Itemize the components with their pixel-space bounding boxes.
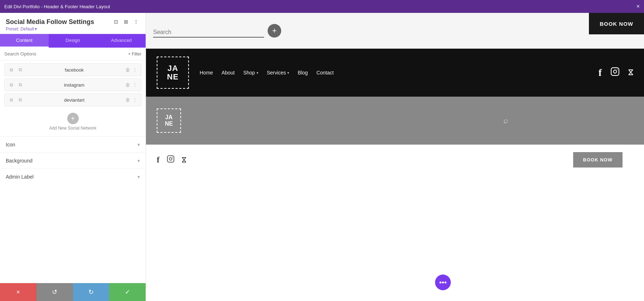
settings-icon-facebook[interactable]: ⚙	[8, 67, 15, 73]
accordion-background-label: Background	[6, 158, 33, 164]
title-bar-text: Edit Divi Portfolio - Header & Footer He…	[4, 4, 636, 9]
svg-point-5	[172, 157, 173, 157]
social-item-facebook: ⚙ ⧉ facebook 🗑 ⋮	[4, 63, 141, 76]
tab-content[interactable]: Content	[0, 34, 49, 48]
facebook-nav-icon: f	[599, 67, 602, 78]
dots-menu-button[interactable]: •••	[435, 275, 451, 290]
preset-label[interactable]: Preset: Default ▾	[6, 26, 140, 31]
tab-advanced[interactable]: Advanced	[97, 34, 146, 48]
facebook-preview-icon: f	[157, 155, 160, 165]
drag-icon-deviantart[interactable]: ⋮	[132, 97, 137, 103]
book-now-gray-button[interactable]: BOOK NOW	[573, 152, 623, 168]
social-item-deviantart-name: deviantart	[26, 97, 122, 103]
search-icon: ⌕	[503, 116, 508, 125]
social-item-deviantart: ⚙ ⧉ deviantart 🗑 ⋮	[4, 93, 141, 106]
preview-nav-bar: JANE Home About Shop ▾ Services ▾ Blog	[146, 49, 644, 97]
nav-home[interactable]: Home	[200, 70, 213, 76]
preview-area: + BOOK NOW JANE Home About Shop ▾ Servic…	[146, 13, 644, 301]
settings-icon-deviantart[interactable]: ⚙	[8, 97, 15, 103]
social-item-facebook-left-icons: ⚙ ⧉	[8, 67, 23, 73]
preview-bottom-bar: f ⴵ BOOK NOW	[146, 145, 644, 175]
preview-plus-button[interactable]: +	[268, 24, 281, 38]
responsive-icon[interactable]: ⊡	[112, 18, 120, 26]
main-layout: Social Media Follow Settings ⊡ ⊞ ⋮ Prese…	[0, 13, 644, 301]
accordion-admin-label[interactable]: Admin Label ▾	[0, 169, 146, 185]
drag-icon-instagram[interactable]: ⋮	[132, 82, 137, 88]
social-item-deviantart-left-icons: ⚙ ⧉	[8, 97, 23, 103]
accordion-icon-label: Icon	[6, 142, 15, 147]
nav-contact[interactable]: Contact	[316, 70, 333, 76]
save-button[interactable]: ✓	[109, 283, 146, 301]
preview-search-input[interactable]	[153, 28, 264, 38]
svg-point-4	[169, 157, 172, 160]
nav-about[interactable]: About	[221, 70, 235, 76]
social-item-instagram-name: instagram	[26, 82, 122, 88]
preview-middle-bar: JANE ⌕	[146, 97, 644, 145]
accordion-admin-chevron: ▾	[137, 174, 140, 180]
panel-title-icons: ⊡ ⊞ ⋮	[112, 18, 140, 26]
accordion-icon[interactable]: Icon ▾	[0, 136, 146, 152]
panel-title: Social Media Follow Settings ⊡ ⊞ ⋮	[6, 18, 140, 26]
nav-blog[interactable]: Blog	[298, 70, 308, 76]
svg-rect-0	[611, 68, 619, 76]
services-chevron-icon: ▾	[287, 71, 289, 75]
add-new-label: Add New Social Network	[49, 126, 96, 131]
title-bar: Edit Divi Portfolio - Header & Footer He…	[0, 0, 644, 13]
deviantart-nav-icon: ⴵ	[628, 68, 633, 77]
deviantart-preview-icon: ⴵ	[182, 156, 186, 164]
copy-icon-deviantart[interactable]: ⧉	[17, 97, 23, 103]
accordion-background[interactable]: Background ▾	[0, 152, 146, 169]
preview-top-bar: + BOOK NOW	[146, 13, 644, 49]
accordion-admin-label-text: Admin Label	[6, 174, 34, 180]
social-item-instagram-left-icons: ⚙ ⧉	[8, 82, 23, 88]
instagram-nav-icon	[610, 67, 620, 78]
tabs: Content Design Advanced	[0, 34, 146, 48]
svg-rect-3	[167, 155, 174, 162]
book-now-button[interactable]: BOOK NOW	[589, 13, 644, 34]
accordion-background-chevron: ▾	[137, 158, 140, 164]
copy-icon-facebook[interactable]: ⧉	[17, 67, 23, 73]
svg-point-1	[614, 70, 617, 73]
social-item-instagram-actions: 🗑 ⋮	[125, 82, 137, 88]
nav-social-icons: f ⴵ	[599, 67, 633, 78]
bottom-toolbar: × ↺ ↻ ✓	[0, 283, 146, 301]
panel-header: Social Media Follow Settings ⊡ ⊞ ⋮ Prese…	[0, 13, 146, 34]
accordion-icon-chevron: ▾	[137, 142, 140, 147]
social-item-facebook-actions: 🗑 ⋮	[125, 67, 137, 73]
cancel-button[interactable]: ×	[0, 283, 36, 301]
more-options-icon[interactable]: ⋮	[132, 18, 140, 26]
filter-button[interactable]: + Filter	[128, 52, 141, 57]
delete-icon-deviantart[interactable]: 🗑	[125, 97, 130, 103]
search-options-row: + Filter	[0, 48, 146, 60]
preview-search-wrapper: +	[153, 24, 637, 38]
undo-button[interactable]: ↺	[36, 283, 73, 301]
preview-white-area: •••	[146, 175, 644, 301]
panel-title-text: Social Media Follow Settings	[6, 18, 94, 26]
nav-services[interactable]: Services ▾	[267, 70, 289, 76]
instagram-preview-icon	[167, 155, 175, 165]
svg-point-2	[617, 69, 618, 70]
social-item-instagram: ⚙ ⧉ instagram 🗑 ⋮	[4, 78, 141, 91]
preview-social-icons: f ⴵ	[157, 155, 186, 165]
split-icon[interactable]: ⊞	[122, 18, 130, 26]
settings-icon-instagram[interactable]: ⚙	[8, 82, 15, 88]
shop-chevron-icon: ▾	[257, 71, 258, 75]
preview-nav-links: Home About Shop ▾ Services ▾ Blog Contac	[200, 70, 334, 76]
delete-icon-instagram[interactable]: 🗑	[125, 82, 130, 88]
delete-icon-facebook[interactable]: 🗑	[125, 67, 130, 73]
left-panel: Social Media Follow Settings ⊡ ⊞ ⋮ Prese…	[0, 13, 146, 301]
search-options-input[interactable]	[4, 51, 125, 57]
add-new-social-button[interactable]: +	[67, 113, 79, 124]
social-item-facebook-name: facebook	[26, 67, 122, 73]
tab-design[interactable]: Design	[49, 34, 97, 48]
copy-icon-instagram[interactable]: ⧉	[17, 82, 23, 88]
add-new-section: + Add New Social Network	[0, 109, 146, 136]
preview-logo: JANE	[157, 57, 189, 89]
close-button[interactable]: ×	[636, 4, 640, 9]
nav-shop[interactable]: Shop ▾	[243, 70, 258, 76]
social-items-list: ⚙ ⧉ facebook 🗑 ⋮ ⚙ ⧉ instagram 🗑 ⋮	[0, 60, 146, 109]
redo-button[interactable]: ↻	[73, 283, 109, 301]
social-item-deviantart-actions: 🗑 ⋮	[125, 97, 137, 103]
drag-icon-facebook[interactable]: ⋮	[132, 67, 137, 73]
preview-logo-small: JANE	[157, 108, 181, 133]
